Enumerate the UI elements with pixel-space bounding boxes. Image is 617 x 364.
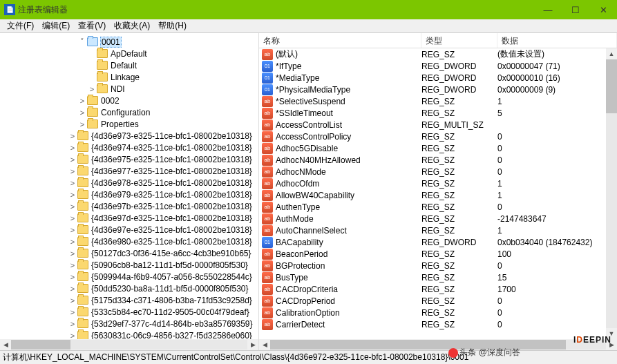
col-type[interactable]: 类型 (421, 33, 497, 48)
expand-toggle-icon[interactable]: > (68, 332, 77, 340)
tree-item[interactable]: >{4d36e97d-e325-11ce-bfc1-08002be10318} (0, 212, 258, 224)
expand-toggle-icon[interactable]: ˅ (77, 37, 87, 46)
values-vscroll[interactable]: ▲ ▼ (606, 48, 617, 339)
value-row[interactable]: AccessControlPolicyREG_SZ0 (259, 131, 617, 142)
value-row[interactable]: *PhysicalMediaTypeREG_DWORD0x00000009 (9… (259, 84, 617, 95)
expand-toggle-icon[interactable]: > (68, 296, 77, 305)
tree-item[interactable]: >{50dd5230-ba8a-11d1-bf5d-0000f805f530} (0, 282, 258, 294)
value-row[interactable]: *SelectiveSuspendREG_SZ1 (259, 95, 617, 107)
expand-toggle-icon[interactable]: > (68, 226, 77, 234)
tree-item[interactable]: >{4d36e977-e325-11ce-bfc1-08002be10318} (0, 165, 258, 177)
scroll-up-icon[interactable]: ▲ (606, 48, 617, 59)
tree-item[interactable]: >{4d36e97b-e325-11ce-bfc1-08002be10318} (0, 200, 258, 212)
value-row[interactable]: BeaconPeriodREG_SZ100 (259, 248, 617, 260)
value-row[interactable]: CACDropCriteriaREG_SZ1700 (259, 283, 617, 295)
value-row[interactable]: *IfTypeREG_DWORD0x00000047 (71) (259, 60, 617, 72)
expand-toggle-icon[interactable]: > (68, 202, 77, 211)
value-row[interactable]: BGProtectionREG_SZ0 (259, 260, 617, 271)
expand-toggle-icon[interactable]: > (68, 191, 77, 199)
tree-item[interactable]: >{5099944a-f6b9-4057-a056-8c550228544c} (0, 271, 258, 282)
tree-item[interactable]: >{533c5b84-ec70-11d2-9505-00c04f79deaf} (0, 306, 258, 318)
values-hscroll[interactable]: ◀ ▶ (259, 339, 617, 350)
tree-item[interactable]: >ApDefault (0, 48, 258, 59)
expand-toggle-icon[interactable]: > (68, 132, 77, 140)
tree-item[interactable]: ˅0001 (0, 36, 258, 48)
value-row[interactable]: Adhoc5GDisableREG_SZ0 (259, 142, 617, 154)
tree-item[interactable]: >{4d36e973-e325-11ce-bfc1-08002be10318} (0, 130, 258, 142)
tree-item[interactable]: >{4d36e978-e325-11ce-bfc1-08002be10318} (0, 177, 258, 189)
menu-edit[interactable]: 编辑(E) (38, 19, 74, 33)
expand-toggle-icon[interactable]: > (77, 97, 87, 105)
scroll-left-icon[interactable]: ◀ (0, 341, 11, 348)
menu-file[interactable]: 文件(F) (3, 19, 38, 33)
expand-toggle-icon[interactable]: > (77, 108, 87, 117)
value-row[interactable]: AllowBW40CapabilityREG_SZ1 (259, 189, 617, 201)
expand-toggle-icon[interactable]: > (68, 320, 77, 328)
tree-item[interactable]: >{4d36e979-e325-11ce-bfc1-08002be10318} (0, 189, 258, 200)
scroll-thumb[interactable] (11, 340, 70, 349)
col-data[interactable]: 数据 (497, 33, 617, 48)
value-row[interactable]: *MediaTypeREG_DWORD0x00000010 (16) (259, 72, 617, 84)
expand-toggle-icon[interactable]: > (68, 249, 77, 258)
expand-toggle-icon[interactable]: > (68, 214, 77, 222)
tree-item[interactable]: >{4d36e97e-e325-11ce-bfc1-08002be10318} (0, 224, 258, 236)
scroll-thumb[interactable] (606, 59, 617, 113)
col-name[interactable]: 名称 (259, 33, 421, 48)
scroll-down-icon[interactable]: ▼ (606, 328, 617, 339)
tree-item[interactable]: >0002 (0, 95, 258, 106)
value-row[interactable]: AdhocN40MHzAllowedREG_SZ0 (259, 154, 617, 166)
value-row[interactable]: AuthModeREG_SZ-2147483647 (259, 213, 617, 224)
tree-item[interactable]: >Default (0, 59, 258, 71)
tree-item[interactable]: >Configuration (0, 106, 258, 118)
values-list[interactable]: (默认)REG_SZ(数值未设置)*IfTypeREG_DWORD0x00000… (259, 48, 617, 350)
minimize-button[interactable]: — (534, 0, 562, 19)
expand-toggle-icon[interactable]: > (68, 238, 77, 246)
expand-toggle-icon[interactable]: > (87, 85, 97, 93)
tree-item[interactable]: >NDI (0, 83, 258, 95)
menu-favorites[interactable]: 收藏夹(A) (110, 19, 154, 33)
tree-item[interactable]: >{4d36e980-e325-11ce-bfc1-08002be10318} (0, 236, 258, 247)
maximize-button[interactable]: ☐ (562, 0, 589, 19)
tree-item[interactable]: >Properties (0, 118, 258, 130)
tree-item[interactable]: >{50127dc3-0f36-415e-a6cc-4cb3be910b65} (0, 247, 258, 259)
value-row[interactable]: (默认)REG_SZ(数值未设置) (259, 48, 617, 60)
expand-toggle-icon[interactable]: > (68, 273, 77, 281)
menu-help[interactable]: 帮助(H) (154, 19, 191, 33)
tree-item[interactable]: >{4d36e975-e325-11ce-bfc1-08002be10318} (0, 153, 258, 165)
value-row[interactable]: BusTypeREG_SZ15 (259, 271, 617, 283)
value-row[interactable]: AutoChannelSelectREG_SZ1 (259, 224, 617, 236)
expand-toggle-icon[interactable]: > (68, 285, 77, 293)
tree-view[interactable]: ˅0001>ApDefault>Default>Linkage>NDI>0002… (0, 33, 258, 350)
value-row[interactable]: AuthenTypeREG_SZ0 (259, 201, 617, 213)
tree-item[interactable]: >{53d29ef7-377c-4d14-864b-eb3a85769359} (0, 318, 258, 329)
value-row[interactable]: AdhocOfdmREG_SZ1 (259, 178, 617, 189)
expand-toggle-icon[interactable]: > (68, 308, 77, 316)
value-row[interactable]: CalibrationOptionREG_SZ0 (259, 307, 617, 318)
menu-view[interactable]: 查看(V) (74, 19, 110, 33)
value-data: 0x0b034040 (184762432) (497, 238, 617, 247)
value-row[interactable]: AccessControlListREG_MULTI_SZ (259, 119, 617, 131)
scroll-right-icon[interactable]: ▶ (247, 341, 258, 348)
close-button[interactable]: ✕ (589, 0, 617, 19)
tree-hscroll[interactable]: ◀ ▶ (0, 339, 258, 350)
value-row[interactable]: BACapabilityREG_DWORD0x0b034040 (1847624… (259, 236, 617, 248)
scroll-thumb[interactable] (270, 340, 566, 349)
scroll-left-icon[interactable]: ◀ (259, 341, 270, 348)
string-value-icon (262, 49, 273, 60)
expand-toggle-icon[interactable]: > (68, 261, 77, 269)
tree-item[interactable]: >{50906cb8-ba12-11d1-bf5d-0000f805f530} (0, 259, 258, 271)
tree-item[interactable]: >Linkage (0, 71, 258, 83)
expand-toggle-icon[interactable]: > (77, 120, 87, 128)
value-row[interactable]: *SSIdleTimeoutREG_SZ5 (259, 107, 617, 119)
value-row[interactable]: AdhocNModeREG_SZ0 (259, 166, 617, 178)
tree-item[interactable]: >{4d36e974-e325-11ce-bfc1-08002be10318} (0, 142, 258, 153)
values-header[interactable]: 名称 类型 数据 (259, 33, 617, 48)
scroll-right-icon[interactable]: ▶ (606, 341, 617, 348)
tree-item[interactable]: >{5175d334-c371-4806-b3ba-71fd53c9258d} (0, 294, 258, 306)
expand-toggle-icon[interactable]: > (68, 179, 77, 187)
value-row[interactable]: CarrierDetectREG_SZ0 (259, 318, 617, 330)
expand-toggle-icon[interactable]: > (68, 167, 77, 175)
value-row[interactable]: CACDropPeriodREG_SZ0 (259, 295, 617, 307)
expand-toggle-icon[interactable]: > (68, 155, 77, 164)
expand-toggle-icon[interactable]: > (68, 144, 77, 152)
